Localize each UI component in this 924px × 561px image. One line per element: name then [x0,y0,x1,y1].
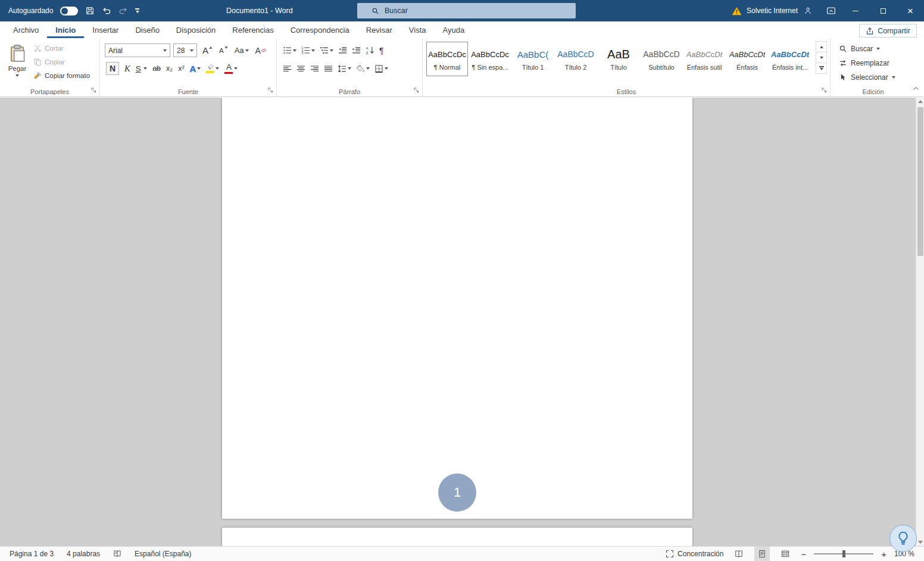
tab-insertar[interactable]: Insertar [84,21,127,38]
borders-button[interactable] [374,64,388,73]
minimize-button[interactable] [842,0,869,21]
line-spacing-button[interactable] [338,64,351,73]
superscript-button[interactable]: x² [178,64,184,73]
vertical-scrollbar[interactable] [916,98,924,546]
align-right-button[interactable] [310,64,319,73]
numbering-button[interactable] [301,46,315,55]
close-button[interactable]: × [897,0,924,21]
scrollbar-thumb[interactable] [917,107,923,256]
align-left-button[interactable] [283,64,292,73]
bold-button[interactable]: N [106,62,119,75]
zoom-slider[interactable] [814,550,873,557]
cut-button[interactable]: Cortar [33,42,90,54]
share-button[interactable]: Compartir [859,24,917,38]
decrease-indent-button[interactable] [338,46,347,55]
page-1[interactable] [222,98,692,519]
change-case-button[interactable]: Aa [235,46,249,55]
tab-disposicion[interactable]: Disposición [168,21,224,38]
zoom-in-button[interactable]: + [881,550,886,559]
paint-bucket-icon [356,64,365,73]
close-icon: × [907,6,913,16]
web-layout-button[interactable] [778,547,793,561]
styles-scroll-down-button[interactable] [816,52,827,63]
style-subtitulo[interactable]: AaBbCcD Subtítulo [641,42,682,76]
account-name[interactable]: Solvetic Internet [747,7,798,15]
style-titulo-1[interactable]: AaBbC( Título 1 [512,42,554,76]
styles-scroll-up-button[interactable] [816,41,827,52]
strikethrough-button[interactable]: ab [152,64,161,73]
style-enfasis-sutil[interactable]: AaBbCcDt Énfasis sutil [683,42,725,76]
clear-formatting-button[interactable]: A [255,46,267,55]
search-box[interactable]: Buscar [357,3,576,18]
language-indicator[interactable]: Español (España) [135,550,191,558]
tab-archivo[interactable]: Archivo [5,21,47,38]
shading-button[interactable] [356,64,370,73]
chevron-down-icon [136,11,139,13]
justify-button[interactable] [324,64,333,73]
save-icon[interactable] [85,6,95,15]
select-button[interactable]: Seleccionar [839,71,895,83]
tab-ayuda[interactable]: Ayuda [434,21,473,38]
text-effects-button[interactable]: A [190,64,201,74]
styles-gallery-expand-button[interactable] [816,63,827,74]
grow-font-button[interactable]: A [202,45,213,55]
copy-button[interactable]: Copiar [33,56,90,68]
paste-button[interactable]: Pegar [4,40,31,88]
collapse-ribbon-button[interactable] [913,83,919,94]
style-titulo-2[interactable]: AaBbCcD Título 2 [555,42,597,76]
style-sin-espaciado[interactable]: AaBbCcDc ¶ Sin espa... [469,42,511,76]
chevron-up-icon [913,85,919,92]
page-2[interactable] [222,528,692,546]
paragraph-dialog-launcher[interactable] [413,87,420,94]
focus-mode-button[interactable]: Concentración [666,550,723,558]
zoom-out-button[interactable]: − [801,550,806,559]
style-normal[interactable]: AaBbCcDc ¶ Normal [426,42,468,76]
maximize-button[interactable] [869,0,897,21]
word-count[interactable]: 4 palabras [67,550,100,558]
scroll-up-button[interactable] [916,100,924,103]
sort-button[interactable] [366,46,374,55]
autosave-toggle[interactable] [60,7,78,15]
tab-referencias[interactable]: Referencias [224,21,282,38]
align-center-button[interactable] [296,64,305,73]
font-dialog-launcher[interactable] [267,87,274,94]
multilevel-list-button[interactable] [320,46,333,55]
italic-button[interactable]: K [124,64,130,74]
tab-correspondencia[interactable]: Correspondencia [282,21,358,38]
account-icon[interactable] [804,7,812,15]
show-paragraph-marks-button[interactable]: ¶ [379,46,384,55]
highlight-color-button[interactable] [206,64,219,73]
style-enfasis[interactable]: AaBbCcDt Énfasis [726,42,768,76]
format-painter-button[interactable]: Copiar formato [33,70,90,82]
font-size-select[interactable]: 28 [173,43,197,57]
shrink-font-button[interactable]: A [219,47,228,54]
tab-revisar[interactable]: Revisar [358,21,401,38]
underline-button[interactable]: S [136,63,147,74]
page-indicator[interactable]: Página 1 de 3 [10,550,54,558]
clipboard-dialog-launcher[interactable] [90,87,97,94]
proofing-icon[interactable] [113,550,121,558]
style-enfasis-intenso[interactable]: AaBbCcDt Énfasis int... [769,42,811,76]
find-button[interactable]: Buscar [839,43,880,55]
font-color-button[interactable]: A [224,63,238,74]
subscript-button[interactable]: x₂ [166,64,173,73]
tab-diseno[interactable]: Diseño [127,21,167,38]
customize-quick-access-toolbar-button[interactable] [135,8,139,13]
undo-icon[interactable] [102,6,111,15]
replace-button[interactable]: Reemplazar [839,57,889,69]
redo-icon[interactable] [118,6,128,15]
font-family-select[interactable]: Arial [105,43,170,57]
ribbon-display-options-icon[interactable] [826,6,836,15]
zoom-thumb[interactable] [842,550,845,557]
bullets-button[interactable] [283,46,296,55]
tab-vista[interactable]: Vista [401,21,435,38]
scroll-down-button[interactable] [916,541,924,544]
warning-icon[interactable] [732,7,742,15]
tab-inicio[interactable]: Inicio [47,21,84,38]
read-mode-button[interactable] [731,547,747,561]
document-canvas: 1 [0,98,916,546]
print-layout-button[interactable] [754,547,770,561]
increase-indent-button[interactable] [352,46,361,55]
styles-dialog-launcher[interactable] [821,87,828,94]
style-titulo[interactable]: AaB Título [598,42,639,76]
